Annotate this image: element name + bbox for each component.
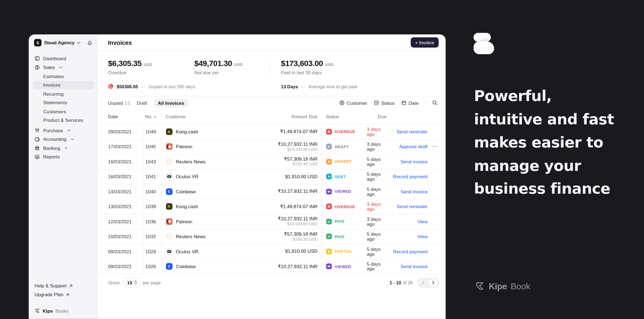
invoice-row[interactable]: 09/03/20211028Oculus VR$1,910.00 USDPART… (98, 244, 446, 259)
new-invoice-button[interactable]: + Invoice (411, 37, 439, 48)
filter-date[interactable]: Date (401, 100, 419, 105)
cell-status: PAID (322, 229, 367, 244)
stepper-icon (134, 281, 137, 284)
invoice-row[interactable]: 12/03/20211036Patreon₹10,27,932.11 INR$1… (98, 214, 446, 229)
cell-status: OVERDUE (322, 199, 367, 214)
more-options-icon[interactable] (432, 146, 437, 147)
filter-customer[interactable]: Customer (339, 100, 367, 105)
cell-amount: ₹57,309.18 INR$730.35 USD (252, 229, 322, 244)
date-icon (401, 100, 406, 105)
status-draft-icon (326, 144, 332, 150)
invoice-row[interactable]: 10/03/20211032Reuters News₹57,309.18 INR… (98, 229, 446, 244)
column-header-due[interactable]: Due (367, 109, 392, 124)
column-header-customer[interactable]: Customer (161, 109, 252, 124)
action-link[interactable]: Record payment (393, 174, 428, 179)
sidebar-item-accounting[interactable]: Accounting (29, 135, 97, 144)
sort-asc-icon (154, 116, 156, 117)
invoice-row[interactable]: 17/03/20211045Patreon₹10,27,932.11 INR$1… (98, 139, 446, 154)
action-link[interactable]: Send reminder (397, 204, 428, 209)
sidebar-item-banking[interactable]: Banking (29, 144, 97, 152)
sidebar-item-statements[interactable]: Statements (29, 98, 97, 107)
status-paid-icon (326, 219, 332, 224)
stat-currency: USD (325, 62, 334, 67)
page-size-select[interactable]: 10 (124, 278, 140, 287)
cell-date: 12/03/2021 (108, 214, 143, 229)
invoice-row[interactable]: 09/03/20211026CCoinbase₹10,27,932.11 INR… (98, 259, 446, 274)
column-header-status[interactable]: Status (322, 109, 367, 124)
status-overdue-icon (326, 204, 332, 210)
cell-number: 1032 (143, 229, 161, 244)
action-link[interactable]: View (417, 219, 428, 224)
action-link[interactable]: Record payment (393, 249, 428, 254)
action-link[interactable]: View (417, 234, 428, 239)
customer-avatar (166, 173, 173, 180)
sidebar-item-product-services[interactable]: Product & Services (29, 116, 97, 125)
cell-amount: ₹10,27,932.11 INR (252, 184, 322, 199)
invoice-row[interactable]: 14/03/20211040CCoinbase₹10,27,932.11 INR… (98, 184, 446, 199)
tab-draft[interactable]: Draft (137, 100, 147, 105)
workspace-switcher[interactable]: S Stead Agency (29, 34, 97, 46)
invoice-row[interactable]: 16/03/20211041Oculus VR$1,910.00 USDSENT… (98, 169, 446, 184)
sidebar-item-sales[interactable]: Sales (29, 63, 97, 72)
stat-value: $49,701.30 (194, 59, 232, 68)
invoice-row[interactable]: 13/03/20211039KKong.cash₹1,49,874.07 INR… (98, 199, 446, 214)
action-link[interactable]: Send reminder (397, 129, 428, 134)
stat-not-due: $49,701.30USD Not due yet (194, 59, 269, 75)
tab-all-invoices[interactable]: All Invoices (154, 99, 188, 107)
search-icon[interactable] (432, 100, 437, 105)
cell-status: OVERDUE (322, 124, 367, 139)
column-header-no[interactable]: No. (143, 109, 161, 124)
column-header-amount[interactable]: Amount Due (252, 109, 322, 124)
page-total: of 36 (403, 280, 413, 285)
sidebar-item-purchase[interactable]: Purchase (29, 126, 97, 135)
stat-currency: USD (144, 62, 152, 67)
cell-date: 13/03/2021 (108, 199, 143, 214)
tab-count: 13 (125, 100, 130, 105)
cell-number: 1026 (143, 259, 161, 274)
sidebar-item-reports[interactable]: Reports (29, 152, 97, 161)
next-page-button[interactable] (429, 279, 438, 287)
headline-line: business finance (474, 177, 614, 200)
action-link[interactable]: Send invoice (400, 159, 427, 164)
stat-value: $173,603.00 (281, 59, 323, 68)
cell-amount: ₹10,27,932.11 INR$13,100.00 USD (252, 139, 322, 154)
sidebar-item-invoices[interactable]: Invoices (33, 81, 94, 89)
filter-status[interactable]: Status (374, 100, 395, 105)
customer-avatar (166, 158, 173, 165)
invoice-row[interactable]: 29/03/20211049KKong.cash₹1,49,874.07 INR… (98, 124, 446, 139)
cell-due: 3 days ago (367, 199, 392, 214)
stat-label: Overdue (108, 70, 194, 75)
action-link[interactable]: Send invoice (400, 264, 427, 269)
sidebar-brand: Kipe Books (34, 308, 91, 314)
action-link[interactable]: Approve draft (399, 144, 427, 149)
cell-amount: $1,910.00 USD (252, 244, 322, 259)
tab-unpaid[interactable]: Unpaid13 (108, 100, 130, 105)
cell-number: 1028 (143, 244, 161, 259)
footer-link-upgrade-plan[interactable]: Upgrade Plan (34, 290, 91, 299)
page-title: Invoices (108, 39, 132, 46)
sidebar-item-customers[interactable]: Customers (29, 107, 97, 116)
status-unsent-icon (326, 159, 332, 164)
cell-due: 5 days ago (367, 259, 392, 274)
sidebar-item-recurring[interactable]: Recurring (29, 89, 97, 98)
kipe-logo-icon (474, 281, 485, 292)
sidebar-item-estimates[interactable]: Estimates (29, 72, 97, 81)
headline-line: Powerful, (474, 84, 614, 108)
cell-date: 14/03/2021 (108, 184, 143, 199)
cell-date: 10/03/2021 (108, 229, 143, 244)
footer-link-help-support[interactable]: Help & Support (34, 281, 91, 290)
sales-icon (34, 65, 40, 70)
prev-page-button[interactable] (418, 279, 427, 287)
headline-line: manage your (474, 154, 614, 177)
main-header: Invoices + Invoice (98, 34, 446, 51)
sidebar-item-dashboard[interactable]: Dashboard (29, 54, 97, 63)
chevron-down-icon (59, 66, 62, 68)
invoice-row[interactable]: 16/03/20211043Reuters News₹57,309.18 INR… (98, 154, 446, 169)
cell-action: View (392, 214, 440, 229)
cell-amount: ₹10,27,932.11 INR$13,100.00 USD (252, 214, 322, 229)
notifications-bell-icon[interactable] (87, 40, 92, 45)
column-header-date[interactable]: Date (108, 109, 143, 124)
cell-due: 5 days ago (367, 244, 392, 259)
cell-due: 3 days ago (367, 139, 392, 154)
action-link[interactable]: Send invoice (400, 189, 427, 194)
